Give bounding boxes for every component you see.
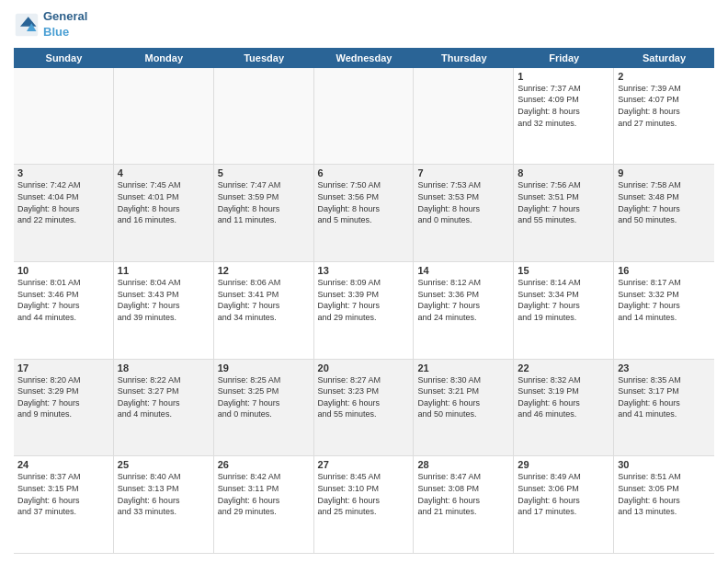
day-detail: Sunrise: 8:32 AM Sunset: 3:19 PM Dayligh…: [518, 374, 609, 420]
day-detail: Sunrise: 8:49 AM Sunset: 3:06 PM Dayligh…: [518, 471, 609, 517]
calendar-header: SundayMondayTuesdayWednesdayThursdayFrid…: [14, 48, 714, 68]
calendar-header-day: Sunday: [14, 48, 114, 68]
day-number: 22: [518, 362, 609, 373]
day-detail: Sunrise: 8:20 AM Sunset: 3:29 PM Dayligh…: [17, 374, 109, 420]
calendar-body: 1Sunrise: 7:37 AM Sunset: 4:09 PM Daylig…: [14, 68, 714, 554]
day-number: 17: [17, 362, 109, 373]
day-number: 24: [17, 459, 109, 470]
day-detail: Sunrise: 8:51 AM Sunset: 3:05 PM Dayligh…: [618, 471, 711, 517]
calendar-cell: 27Sunrise: 8:45 AM Sunset: 3:10 PM Dayli…: [314, 456, 415, 553]
day-detail: Sunrise: 7:53 AM Sunset: 3:53 PM Dayligh…: [417, 179, 509, 225]
calendar-cell: 23Sunrise: 8:35 AM Sunset: 3:17 PM Dayli…: [614, 360, 714, 456]
day-number: 5: [218, 167, 310, 178]
day-number: 18: [118, 362, 210, 373]
day-detail: Sunrise: 8:40 AM Sunset: 3:13 PM Dayligh…: [118, 471, 210, 517]
day-detail: Sunrise: 8:12 AM Sunset: 3:36 PM Dayligh…: [417, 277, 509, 323]
day-number: 7: [417, 167, 509, 178]
day-detail: Sunrise: 8:47 AM Sunset: 3:08 PM Dayligh…: [417, 471, 509, 517]
calendar: SundayMondayTuesdayWednesdayThursdayFrid…: [14, 48, 714, 554]
calendar-week-row: 1Sunrise: 7:37 AM Sunset: 4:09 PM Daylig…: [14, 68, 714, 166]
day-number: 13: [318, 265, 410, 276]
day-detail: Sunrise: 7:47 AM Sunset: 3:59 PM Dayligh…: [218, 179, 310, 225]
day-number: 25: [118, 459, 210, 470]
day-detail: Sunrise: 8:25 AM Sunset: 3:25 PM Dayligh…: [218, 374, 310, 420]
calendar-week-row: 3Sunrise: 7:42 AM Sunset: 4:04 PM Daylig…: [14, 165, 714, 262]
day-number: 23: [618, 362, 711, 373]
logo-icon: [14, 12, 40, 38]
calendar-cell: 11Sunrise: 8:04 AM Sunset: 3:43 PM Dayli…: [114, 262, 214, 359]
calendar-cell: 18Sunrise: 8:22 AM Sunset: 3:27 PM Dayli…: [114, 360, 214, 456]
calendar-cell: 1Sunrise: 7:37 AM Sunset: 4:09 PM Daylig…: [514, 68, 614, 165]
day-detail: Sunrise: 7:50 AM Sunset: 3:56 PM Dayligh…: [318, 179, 410, 225]
calendar-cell: 16Sunrise: 8:17 AM Sunset: 3:32 PM Dayli…: [614, 262, 714, 359]
day-number: 10: [17, 265, 109, 276]
day-detail: Sunrise: 7:39 AM Sunset: 4:07 PM Dayligh…: [618, 83, 711, 129]
day-detail: Sunrise: 7:37 AM Sunset: 4:09 PM Dayligh…: [518, 83, 609, 129]
calendar-header-day: Friday: [514, 48, 614, 68]
calendar-header-day: Monday: [114, 48, 214, 68]
calendar-cell: 5Sunrise: 7:47 AM Sunset: 3:59 PM Daylig…: [214, 165, 314, 261]
day-detail: Sunrise: 8:04 AM Sunset: 3:43 PM Dayligh…: [118, 277, 210, 323]
day-number: 20: [318, 362, 410, 373]
calendar-cell: 15Sunrise: 8:14 AM Sunset: 3:34 PM Dayli…: [514, 262, 614, 359]
day-detail: Sunrise: 8:09 AM Sunset: 3:39 PM Dayligh…: [318, 277, 410, 323]
calendar-cell: 4Sunrise: 7:45 AM Sunset: 4:01 PM Daylig…: [114, 165, 214, 261]
day-number: 14: [417, 265, 509, 276]
day-detail: Sunrise: 8:01 AM Sunset: 3:46 PM Dayligh…: [17, 277, 109, 323]
day-number: 2: [618, 71, 711, 82]
calendar-header-day: Saturday: [614, 48, 714, 68]
day-number: 12: [218, 265, 310, 276]
day-detail: Sunrise: 8:06 AM Sunset: 3:41 PM Dayligh…: [218, 277, 310, 323]
calendar-cell: 3Sunrise: 7:42 AM Sunset: 4:04 PM Daylig…: [14, 165, 114, 261]
calendar-cell: 20Sunrise: 8:27 AM Sunset: 3:23 PM Dayli…: [314, 360, 415, 456]
day-number: 1: [518, 71, 609, 82]
day-number: 9: [618, 167, 711, 178]
calendar-week-row: 10Sunrise: 8:01 AM Sunset: 3:46 PM Dayli…: [14, 262, 714, 360]
calendar-cell: 10Sunrise: 8:01 AM Sunset: 3:46 PM Dayli…: [14, 262, 114, 359]
calendar-header-day: Tuesday: [214, 48, 314, 68]
day-detail: Sunrise: 7:58 AM Sunset: 3:48 PM Dayligh…: [618, 179, 711, 225]
calendar-cell: 17Sunrise: 8:20 AM Sunset: 3:29 PM Dayli…: [14, 360, 114, 456]
day-number: 11: [118, 265, 210, 276]
calendar-cell: [314, 68, 415, 165]
calendar-header-day: Wednesday: [314, 48, 415, 68]
day-number: 26: [218, 459, 310, 470]
page: General Blue SundayMondayTuesdayWednesda…: [0, 0, 728, 563]
calendar-cell: [214, 68, 314, 165]
calendar-cell: 8Sunrise: 7:56 AM Sunset: 3:51 PM Daylig…: [514, 165, 614, 261]
day-detail: Sunrise: 8:17 AM Sunset: 3:32 PM Dayligh…: [618, 277, 711, 323]
calendar-cell: 28Sunrise: 8:47 AM Sunset: 3:08 PM Dayli…: [414, 456, 514, 553]
day-number: 4: [118, 167, 210, 178]
calendar-cell: 14Sunrise: 8:12 AM Sunset: 3:36 PM Dayli…: [414, 262, 514, 359]
day-number: 3: [17, 167, 109, 178]
day-detail: Sunrise: 8:30 AM Sunset: 3:21 PM Dayligh…: [417, 374, 509, 420]
day-detail: Sunrise: 8:42 AM Sunset: 3:11 PM Dayligh…: [218, 471, 310, 517]
calendar-cell: 24Sunrise: 8:37 AM Sunset: 3:15 PM Dayli…: [14, 456, 114, 553]
day-detail: Sunrise: 7:56 AM Sunset: 3:51 PM Dayligh…: [518, 179, 609, 225]
day-number: 8: [518, 167, 609, 178]
day-detail: Sunrise: 8:35 AM Sunset: 3:17 PM Dayligh…: [618, 374, 711, 420]
day-detail: Sunrise: 8:14 AM Sunset: 3:34 PM Dayligh…: [518, 277, 609, 323]
logo: General Blue: [14, 9, 87, 40]
calendar-cell: 26Sunrise: 8:42 AM Sunset: 3:11 PM Dayli…: [214, 456, 314, 553]
calendar-cell: 12Sunrise: 8:06 AM Sunset: 3:41 PM Dayli…: [214, 262, 314, 359]
day-number: 21: [417, 362, 509, 373]
calendar-cell: 2Sunrise: 7:39 AM Sunset: 4:07 PM Daylig…: [614, 68, 714, 165]
calendar-header-day: Thursday: [414, 48, 514, 68]
day-number: 19: [218, 362, 310, 373]
calendar-cell: 29Sunrise: 8:49 AM Sunset: 3:06 PM Dayli…: [514, 456, 614, 553]
calendar-cell: 25Sunrise: 8:40 AM Sunset: 3:13 PM Dayli…: [114, 456, 214, 553]
day-number: 6: [318, 167, 410, 178]
header: General Blue: [14, 9, 714, 40]
calendar-cell: 21Sunrise: 8:30 AM Sunset: 3:21 PM Dayli…: [414, 360, 514, 456]
day-detail: Sunrise: 8:45 AM Sunset: 3:10 PM Dayligh…: [318, 471, 410, 517]
day-detail: Sunrise: 7:45 AM Sunset: 4:01 PM Dayligh…: [118, 179, 210, 225]
calendar-cell: [14, 68, 114, 165]
day-number: 28: [417, 459, 509, 470]
calendar-week-row: 17Sunrise: 8:20 AM Sunset: 3:29 PM Dayli…: [14, 360, 714, 457]
day-number: 27: [318, 459, 410, 470]
calendar-cell: 9Sunrise: 7:58 AM Sunset: 3:48 PM Daylig…: [614, 165, 714, 261]
calendar-cell: [414, 68, 514, 165]
calendar-cell: 6Sunrise: 7:50 AM Sunset: 3:56 PM Daylig…: [314, 165, 415, 261]
day-detail: Sunrise: 8:37 AM Sunset: 3:15 PM Dayligh…: [17, 471, 109, 517]
